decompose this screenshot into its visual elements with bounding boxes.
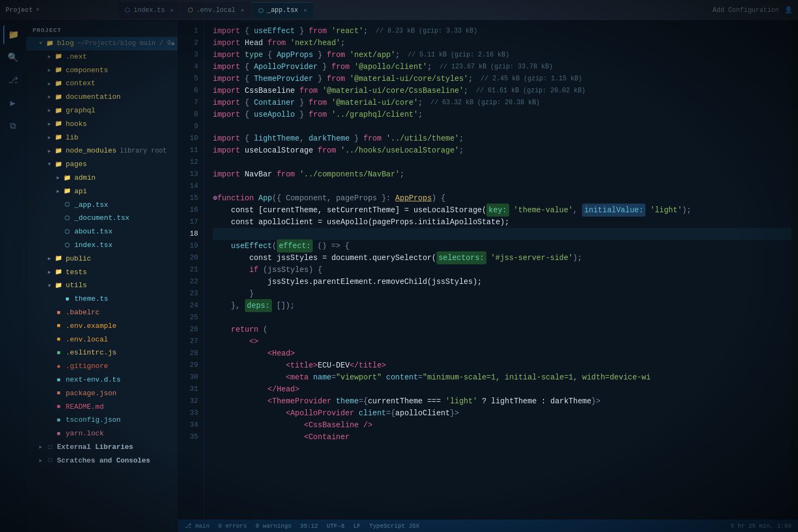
folder-icon: 📁 <box>54 161 63 169</box>
scratches-icon: □ <box>46 457 54 465</box>
tree-item-blog[interactable]: ▼ 📁 blog ~/Projects/blog main / 9▲ <box>26 37 178 50</box>
git-icon[interactable]: ⎇ <box>3 71 23 90</box>
tab-index-ts[interactable]: ⬡ index.ts ✕ <box>118 2 180 18</box>
debug-icon[interactable]: ▶ <box>3 93 23 113</box>
code-line-33: <ApolloProvider client ={ apolloClient }… <box>213 407 791 419</box>
punct: (jssStyles) { <box>258 264 322 276</box>
tree-label: package.json <box>66 388 117 400</box>
tree-item-index-tsx[interactable]: ▶ ⬡ index.tsx <box>26 239 178 252</box>
tree-item-package-json[interactable]: ▶ ■ package.json <box>26 387 178 401</box>
arrow-icon: ▶ <box>46 67 53 74</box>
tree-item-next-env[interactable]: ▶ ■ next-env.d.ts <box>26 373 178 387</box>
string: 'light' <box>645 204 682 216</box>
tree-item-document-tsx[interactable]: ▶ ⬡ _document.tsx <box>26 212 178 225</box>
size-comment: // 123.67 kB (gzip: 33.78 kB) <box>432 61 553 73</box>
tree-item-scratches[interactable]: ▶ □ Scratches and Consoles <box>26 454 178 468</box>
tab-env-local[interactable]: ⬡ .env.local ✕ <box>181 2 251 18</box>
arrow-icon: ▶ <box>46 94 53 102</box>
code-text <box>213 371 286 383</box>
tree-item-api[interactable]: ▶ 📁 api <box>26 185 178 199</box>
tree-item-public[interactable]: ▶ 📁 public <box>26 252 178 266</box>
tree-item-tsconfig[interactable]: ▶ ■ tsconfig.json <box>26 414 178 427</box>
tree-item-pages[interactable]: ▼ 📁 pages <box>26 158 178 172</box>
arrow-icon: ▼ <box>37 40 45 47</box>
tree-item-theme-ts[interactable]: ▶ ■ theme.ts <box>26 293 178 306</box>
tree-item-readme[interactable]: ▶ ■ README.md <box>26 401 178 414</box>
code-area[interactable]: import { useEffect } from 'react' ; // 8… <box>204 21 791 519</box>
tab-label: _app.tsx <box>267 7 299 14</box>
jsx-attr: name <box>313 371 332 383</box>
jsx-tag: <CssBaseline /> <box>304 419 372 431</box>
code-line-32: <ThemeProvider theme ={ currentTheme ===… <box>213 395 791 407</box>
line-num-1: 1 <box>178 25 204 37</box>
tree-item-env-example[interactable]: ▶ ■ .env.example <box>26 320 178 333</box>
tree-item-node-modules[interactable]: ▶ 📁 node_modules library root <box>26 144 178 158</box>
tree-item-yarn-lock[interactable]: ▶ ■ yarn.lock <box>26 427 178 441</box>
tsx-file-icon: ⬡ <box>63 214 72 223</box>
punct: = <box>418 371 422 383</box>
project-chevron-icon[interactable]: ▼ <box>36 7 39 13</box>
code-text <box>213 431 304 443</box>
tree-item-eslintrc[interactable]: ▶ ■ .eslintrc.js <box>26 346 178 360</box>
tree-item-babelrc[interactable]: ▶ ■ .babelrc <box>26 306 178 320</box>
arrow-icon: ▶ <box>46 107 53 115</box>
tab-close-icon[interactable]: ✕ <box>170 7 174 14</box>
tab-app-tsx[interactable]: ⬡ _app.tsx ✕ <box>252 2 314 18</box>
folder-icon: 📁 <box>54 80 63 88</box>
identifier: ThemeProvider <box>254 73 313 85</box>
punct: ; <box>418 109 422 121</box>
line-num-21: 21 <box>178 264 204 276</box>
tree-item-lib[interactable]: ▶ 📁 lib <box>26 131 178 145</box>
tree-item-documentation[interactable]: ▶ 📁 documentation <box>26 91 178 104</box>
tree-sublabel: library root <box>120 146 167 156</box>
line-num-15: 15 <box>178 192 204 204</box>
encoding-status: UTF-8 <box>327 523 345 529</box>
folder-icon: 📁 <box>63 174 72 182</box>
tab-close-icon[interactable]: ✕ <box>303 7 307 14</box>
punct: ; <box>363 25 368 37</box>
size-comment: // 61.61 kB (gzip: 20.02 kB) <box>468 85 586 97</box>
language-status[interactable]: TypeScript JSX <box>369 523 419 529</box>
jsx-tag: <Head> <box>268 347 295 359</box>
tree-item-gitignore[interactable]: ▶ ◆ .gitignore <box>26 360 178 373</box>
tree-item-app-tsx[interactable]: ▶ ⬡ _app.tsx <box>26 199 178 212</box>
code-line-27: <> <box>213 335 791 347</box>
line-num-5: 5 <box>178 73 204 85</box>
size-comment: // 8.23 kB (gzip: 3.33 kB) <box>368 25 478 37</box>
type-ref: AppProps <box>395 192 432 204</box>
add-config-label[interactable]: Add Configuration <box>713 7 779 14</box>
arrow-icon: ▶ <box>46 255 53 263</box>
punct: ; <box>400 168 404 180</box>
explorer-icon[interactable]: 📁 <box>3 25 23 45</box>
tree-item-next[interactable]: ▶ 📁 .next <box>26 50 178 64</box>
code-line-17: const apolloClient = useApollo(pageProps… <box>213 216 791 228</box>
tree-item-hooks[interactable]: ▶ 📁 hooks <box>26 118 178 131</box>
keyword: import <box>213 85 240 97</box>
tab-close-icon[interactable]: ✕ <box>241 7 244 14</box>
code-line-4: import { ApolloProvider } from '@apollo/… <box>213 61 791 73</box>
folder-icon: 📁 <box>54 282 63 290</box>
line-num-16: 16 <box>178 204 204 216</box>
tree-item-utils[interactable]: ▼ 📁 utils <box>26 279 178 293</box>
tree-item-components[interactable]: ▶ 📁 components <box>26 64 178 78</box>
punct: { <box>240 25 254 37</box>
punct: ); <box>682 204 692 216</box>
arrow-icon: ▶ <box>46 121 53 128</box>
tree-item-tests[interactable]: ▶ 📁 tests <box>26 266 178 280</box>
git-branch-status[interactable]: ⎇ main <box>185 522 210 529</box>
tree-label: hooks <box>66 119 87 130</box>
search-icon[interactable]: 🔍 <box>3 48 23 67</box>
keyword-from: from <box>318 144 336 156</box>
folder-icon: 📁 <box>54 66 63 75</box>
tree-item-external-libs[interactable]: ▶ □ External Libraries <box>26 441 178 454</box>
jsx-tag: <meta <box>286 371 313 383</box>
tree-item-context[interactable]: ▶ 📁 context <box>26 77 178 91</box>
tree-item-env-local[interactable]: ▶ ■ .env.local <box>26 333 178 347</box>
tree-item-admin[interactable]: ▶ 📁 admin <box>26 172 178 185</box>
tree-item-about-tsx[interactable]: ▶ ⬡ about.tsx <box>26 225 178 239</box>
tree-item-graphql[interactable]: ▶ 📁 graphql <box>26 104 178 118</box>
string: '../hooks/useLocalStorage' <box>336 144 459 156</box>
code-line-13: import NavBar from '../components/NavBar… <box>213 168 791 180</box>
extensions-icon[interactable]: ⧉ <box>3 116 23 136</box>
jsx-tag: <title> <box>286 359 318 371</box>
